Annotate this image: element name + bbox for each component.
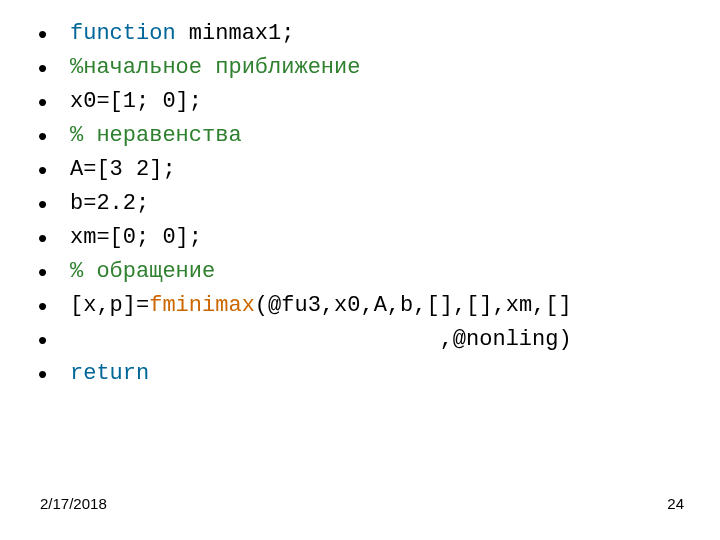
footer-page-number: 24 bbox=[667, 495, 684, 512]
code-line: •b=2.2; bbox=[30, 190, 690, 218]
code-segment: A=[3 2]; bbox=[70, 157, 176, 182]
code-text: x0=[1; 0]; bbox=[70, 88, 202, 116]
code-segment: x0=[1; 0]; bbox=[70, 89, 202, 114]
code-line: •return bbox=[30, 360, 690, 388]
code-line: •[x,p]=fminimax(@fu3,x0,A,b,[],[],xm,[] bbox=[30, 292, 690, 320]
code-segment: % неравенства bbox=[70, 123, 242, 148]
code-segment: fminimax bbox=[149, 293, 255, 318]
code-text: ,@nonling) bbox=[70, 326, 572, 354]
footer-date: 2/17/2018 bbox=[40, 495, 107, 512]
code-line: •%начальное приближение bbox=[30, 54, 690, 82]
bullet-icon: • bbox=[30, 292, 70, 320]
bullet-icon: • bbox=[30, 190, 70, 218]
code-text: return bbox=[70, 360, 149, 388]
code-segment: function bbox=[70, 21, 189, 46]
footer: 2/17/2018 24 bbox=[40, 495, 684, 512]
code-segment: % обращение bbox=[70, 259, 215, 284]
code-text: % неравенства bbox=[70, 122, 242, 150]
code-text: %начальное приближение bbox=[70, 54, 360, 82]
bullet-icon: • bbox=[30, 224, 70, 252]
code-line: • ,@nonling) bbox=[30, 326, 690, 354]
code-text: % обращение bbox=[70, 258, 215, 286]
code-text: A=[3 2]; bbox=[70, 156, 176, 184]
bullet-icon: • bbox=[30, 54, 70, 82]
code-text: [x,p]=fminimax(@fu3,x0,A,b,[],[],xm,[] bbox=[70, 292, 572, 320]
bullet-icon: • bbox=[30, 20, 70, 48]
code-segment: return bbox=[70, 361, 149, 386]
code-line: •% обращение bbox=[30, 258, 690, 286]
code-line: •% неравенства bbox=[30, 122, 690, 150]
code-segment: [x,p]= bbox=[70, 293, 149, 318]
bullet-icon: • bbox=[30, 88, 70, 116]
code-segment: minmax1; bbox=[189, 21, 295, 46]
code-segment: b=2.2; bbox=[70, 191, 149, 216]
code-text: b=2.2; bbox=[70, 190, 149, 218]
bullet-icon: • bbox=[30, 326, 70, 354]
code-line: •x0=[1; 0]; bbox=[30, 88, 690, 116]
code-line: •function minmax1; bbox=[30, 20, 690, 48]
bullet-icon: • bbox=[30, 122, 70, 150]
code-text: function minmax1; bbox=[70, 20, 294, 48]
code-line: •A=[3 2]; bbox=[30, 156, 690, 184]
code-line: •xm=[0; 0]; bbox=[30, 224, 690, 252]
code-list: •function minmax1;•%начальное приближени… bbox=[30, 20, 690, 388]
bullet-icon: • bbox=[30, 258, 70, 286]
code-segment: (@fu3,x0,A,b,[],[],xm,[] bbox=[255, 293, 572, 318]
code-text: xm=[0; 0]; bbox=[70, 224, 202, 252]
slide: •function minmax1;•%начальное приближени… bbox=[0, 0, 720, 540]
bullet-icon: • bbox=[30, 156, 70, 184]
code-segment: %начальное приближение bbox=[70, 55, 360, 80]
code-segment: ,@nonling) bbox=[70, 327, 572, 352]
bullet-icon: • bbox=[30, 360, 70, 388]
code-segment: xm=[0; 0]; bbox=[70, 225, 202, 250]
